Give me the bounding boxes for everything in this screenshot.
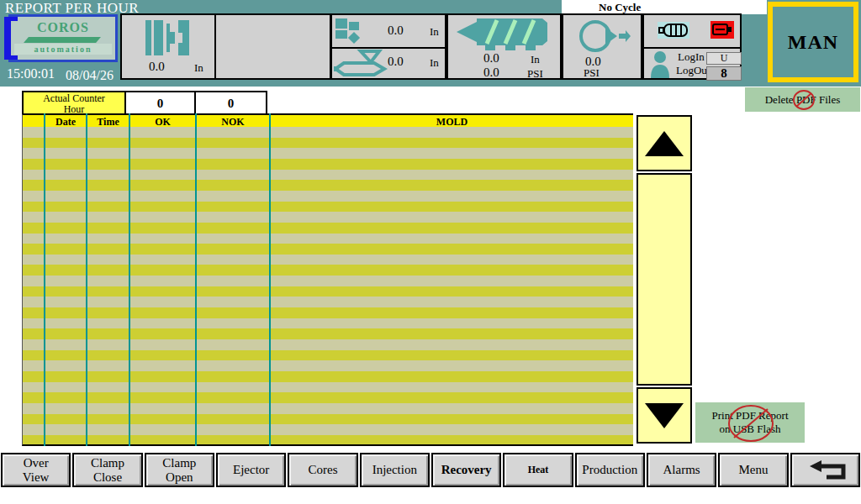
arrow-down-icon	[645, 403, 684, 428]
logo-subtitle: automation	[14, 44, 112, 55]
nav-back-button[interactable]	[790, 453, 860, 487]
cycle-status: No Cycle	[562, 0, 767, 14]
bottom-nav-bar: Over View Clamp Close Clamp Open Ejector…	[0, 453, 861, 487]
clamp-gauge-panel: 0.0 In	[120, 13, 216, 80]
column-separator	[269, 113, 271, 446]
coros-logo: COROS automation	[8, 14, 118, 62]
clamp-unit: In	[194, 61, 203, 75]
column-separator	[129, 113, 130, 446]
counter-ok-box: 0	[124, 91, 196, 115]
report-table-header: Date Time OK NOK MOLD	[22, 113, 633, 127]
scroll-up-button[interactable]	[637, 115, 692, 171]
ejector-nozzle-panel: 0.0 In 0.0 In	[330, 13, 446, 80]
nav-tab-alarms[interactable]: Alarms	[647, 453, 716, 487]
ejector-unit: In	[430, 25, 439, 39]
actual-counter-label: Actual Counter Hour	[22, 91, 126, 115]
heat-login-panel: LogIn LogOut U 8	[642, 13, 742, 80]
nozzle-value: 0.0	[388, 55, 404, 69]
mode-button[interactable]: MAN	[768, 2, 858, 82]
user-field: U	[706, 52, 742, 65]
screw-icon	[453, 17, 556, 54]
arrow-up-icon	[645, 131, 684, 156]
screw-position-unit: In	[531, 53, 540, 66]
screw-pressure-unit: PSI	[527, 67, 543, 81]
heater-band-indicator[interactable]	[658, 22, 689, 39]
spare-panel	[214, 13, 331, 80]
clamp-value: 0.0	[149, 60, 165, 74]
screw-panel: 0.0 In 0.0 PSI	[446, 13, 562, 80]
print-pdf-button[interactable]: Print PDF Report on USB Flash	[695, 402, 805, 443]
ejector-icon	[335, 17, 364, 47]
scrollbar-track[interactable]	[637, 173, 692, 386]
ejector-value: 0.0	[388, 24, 404, 38]
back-arrow-icon	[801, 459, 848, 482]
user-level-field: 8	[706, 66, 742, 81]
delete-pdf-button[interactable]: Delete PDF Files	[745, 87, 860, 112]
clock-date: 08/04/26	[66, 68, 114, 83]
rotation-unit: PSI	[584, 66, 600, 80]
nav-tab-ejector[interactable]: Ejector	[216, 453, 286, 487]
nav-tab-menu[interactable]: Menu	[718, 453, 788, 487]
clamp-icon	[144, 18, 191, 57]
nav-tab-production[interactable]: Production	[575, 453, 645, 487]
delete-pdf-label: Delete PDF Files	[765, 93, 841, 107]
user-icon	[649, 50, 671, 78]
nav-tab-injection[interactable]: Injection	[360, 453, 430, 487]
clock-time: 15:00:01	[7, 66, 55, 81]
login-logout-button[interactable]: LogIn LogOut U 8	[644, 49, 740, 78]
logo-swoosh-icon	[24, 37, 101, 43]
nav-tab-cores[interactable]: Cores	[288, 453, 357, 487]
nav-tab-overview[interactable]: Over View	[1, 453, 71, 487]
screw-pressure-value: 0.0	[483, 66, 499, 80]
panel-divider	[332, 47, 445, 49]
nozzle-icon	[334, 50, 388, 78]
column-separator	[195, 113, 197, 446]
heater-band-icon	[658, 23, 689, 38]
counter-nok-box: 0	[194, 91, 267, 115]
scroll-down-button[interactable]	[637, 387, 692, 444]
rotation-panel: 0.0 PSI	[562, 13, 642, 80]
nav-tab-heat[interactable]: Heat	[503, 453, 573, 487]
nav-tab-clamp-open[interactable]: Clamp Open	[145, 453, 214, 487]
login-label: LogIn	[678, 50, 705, 64]
logo-name: COROS	[11, 20, 115, 35]
nav-tab-recovery[interactable]: Recovery	[431, 453, 501, 487]
logout-label: LogOut	[676, 64, 710, 77]
column-separator	[44, 113, 45, 446]
nav-tab-clamp-close[interactable]: Clamp Close	[72, 453, 142, 487]
report-table-body	[22, 127, 633, 446]
report-per-hour-screen: REPORT PER HOUR No Cycle COROS automatio…	[0, 0, 861, 504]
heater-alarm-indicator[interactable]	[710, 21, 734, 39]
screw-rotation-icon	[575, 18, 631, 55]
column-separator	[86, 113, 87, 446]
heater-alarm-icon	[711, 22, 733, 38]
screw-position-value: 0.0	[483, 51, 499, 66]
nozzle-unit: In	[430, 56, 439, 70]
header-band: REPORT PER HOUR No Cycle COROS automatio…	[0, 0, 861, 87]
print-pdf-label: Print PDF Report on USB Flash	[711, 409, 788, 436]
